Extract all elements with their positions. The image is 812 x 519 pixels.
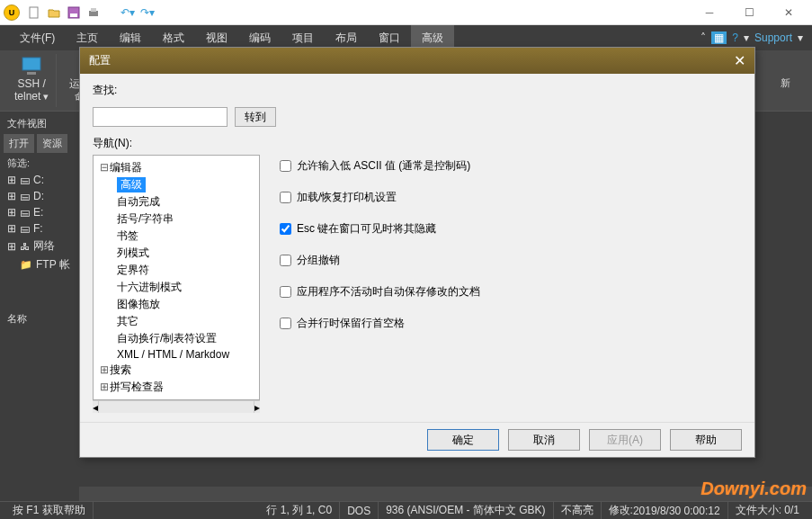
dialog-titlebar: 配置 ✕ — [80, 48, 754, 74]
support-dropdown-icon[interactable]: ▾ — [798, 31, 803, 44]
drive-c[interactable]: ⊞🖴 C: — [4, 172, 76, 188]
cancel-button[interactable]: 取消 — [508, 429, 580, 451]
tree-node[interactable]: 十六进制模式 — [95, 279, 257, 296]
window-buttons: ─ ☐ ✕ — [690, 0, 808, 25]
quick-access-toolbar: ↶▾ ↷▾ — [27, 5, 155, 20]
dialog-buttons: 确定 取消 应用(A) 帮助 — [80, 422, 754, 457]
minimize-button[interactable]: ─ — [690, 0, 729, 25]
redo-icon[interactable]: ↷▾ — [140, 5, 155, 20]
tree-node[interactable]: 书签 — [95, 228, 257, 245]
find-label: 查找: — [93, 83, 117, 98]
open-file-icon[interactable] — [47, 5, 61, 20]
nav-label: 导航(N): — [93, 136, 742, 151]
name-heading: 名称 — [4, 310, 76, 327]
opt-group-undo[interactable]: 分组撤销 — [280, 253, 735, 268]
tree-node[interactable]: XML / HTML / Markdow — [95, 347, 257, 362]
dialog-close-icon[interactable]: ✕ — [734, 52, 745, 69]
menu-file[interactable]: 文件(F) — [9, 25, 66, 50]
tab-open[interactable]: 打开 — [4, 134, 34, 153]
opt-low-ascii[interactable]: 允许输入低 ASCII 值 (通常是控制码) — [280, 158, 735, 174]
nav-tree[interactable]: ⊟编辑器 高级 自动完成 括号/字符串 书签 列模式 定界符 十六进制模式 图像… — [93, 155, 260, 400]
opt-printer[interactable]: 加载/恢复打印机设置 — [280, 190, 735, 205]
help-icon[interactable]: ? — [732, 31, 738, 44]
status-position: 行 1, 列 1, C0 — [259, 502, 340, 519]
fileview-heading: 文件视图 — [4, 115, 76, 132]
titlebar: U ↶▾ ↷▾ ─ ☐ ✕ — [0, 0, 812, 25]
svg-rect-5 — [22, 58, 40, 70]
svg-rect-4 — [91, 8, 96, 12]
tree-node[interactable]: 图像拖放 — [95, 296, 257, 313]
support-link[interactable]: Support — [754, 31, 792, 44]
status-highlight[interactable]: 不高亮 — [554, 502, 602, 519]
opt-merge-space[interactable]: 合并行时保留行首空格 — [280, 316, 735, 331]
tree-node[interactable]: 自动换行/制表符设置 — [95, 330, 257, 347]
tree-node[interactable]: 其它 — [95, 313, 257, 330]
close-window-button[interactable]: ✕ — [769, 0, 808, 25]
options-panel: 允许输入低 ASCII 值 (通常是控制码) 加载/恢复打印机设置 Esc 键在… — [272, 155, 742, 413]
sidebar: 文件视图 打开 资源 筛选: ⊞🖴 C: ⊞🖴 D: ⊞🖴 E: ⊞🖴 F: ⊞… — [0, 112, 79, 501]
app-logo: U — [4, 4, 20, 21]
statusbar: 按 F1 获取帮助 行 1, 列 1, C0 DOS 936 (ANSI/OEM… — [0, 501, 812, 519]
status-codepage[interactable]: 936 (ANSI/OEM - 简体中文 GBK) — [379, 502, 553, 519]
ribbon-new[interactable]: 新 — [765, 54, 805, 107]
ribbon-ssh[interactable]: SSH /telnet ▾ — [7, 54, 57, 107]
status-modified: 修改: 2019/8/30 0:00:12 — [602, 502, 728, 519]
undo-icon[interactable]: ↶▾ — [120, 5, 135, 20]
tab-resources[interactable]: 资源 — [37, 134, 67, 153]
status-filesize: 文件大小: 0/1 — [728, 502, 807, 519]
help-box-icon[interactable]: ▦ — [711, 31, 727, 44]
tree-node[interactable]: 括号/字符串 — [95, 210, 257, 228]
filter-label: 筛选: — [4, 155, 76, 172]
collapse-ribbon-icon[interactable]: ˄ — [700, 31, 706, 44]
drive-ftp[interactable]: 📁 FTP 帐 — [4, 255, 76, 274]
help-button[interactable]: 帮助 — [670, 429, 742, 451]
save-icon[interactable] — [67, 5, 81, 20]
print-icon[interactable] — [86, 5, 101, 20]
dialog-title: 配置 — [89, 53, 111, 68]
tree-node-selected[interactable]: 高级 — [117, 177, 146, 192]
opt-esc-hide[interactable]: Esc 键在窗口可见时将其隐藏 — [280, 221, 735, 237]
new-file-icon[interactable] — [27, 5, 41, 20]
drive-e[interactable]: ⊞🖴 E: — [4, 204, 76, 220]
find-input[interactable] — [93, 107, 228, 127]
horizontal-scrollbar[interactable] — [79, 487, 812, 501]
drive-d[interactable]: ⊞🖴 D: — [4, 188, 76, 204]
tree-node[interactable]: 列模式 — [95, 245, 257, 262]
maximize-button[interactable]: ☐ — [729, 0, 769, 25]
drive-network[interactable]: ⊞🖧 网络 — [4, 237, 76, 255]
config-dialog: 配置 ✕ 查找: 转到 导航(N): ⊟编辑器 高级 自动完成 括号/字符串 书… — [79, 47, 755, 458]
dropdown-icon[interactable]: ▾ — [744, 31, 749, 44]
goto-button[interactable]: 转到 — [235, 107, 276, 127]
tree-node[interactable]: 定界符 — [95, 262, 257, 279]
status-lineend[interactable]: DOS — [340, 502, 379, 519]
apply-button[interactable]: 应用(A) — [589, 429, 661, 451]
svg-rect-6 — [27, 72, 36, 75]
tree-scrollbar[interactable]: ◂▸ — [93, 400, 260, 413]
opt-autosave[interactable]: 应用程序不活动时自动保存修改的文档 — [280, 284, 735, 300]
tree-node[interactable]: 自动完成 — [95, 193, 257, 210]
svg-rect-0 — [30, 7, 38, 18]
svg-rect-2 — [70, 13, 77, 17]
drive-f[interactable]: ⊞🖴 F: — [4, 220, 76, 237]
ok-button[interactable]: 确定 — [427, 429, 499, 451]
status-help: 按 F1 获取帮助 — [5, 502, 94, 519]
